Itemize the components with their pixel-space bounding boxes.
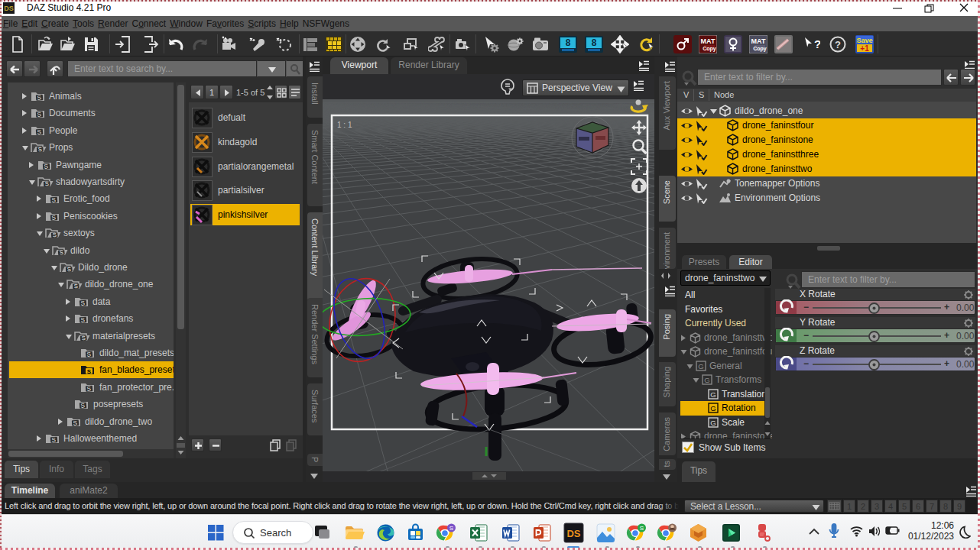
svg-text:S: S	[51, 196, 56, 203]
svg-text:S: S	[51, 214, 56, 221]
svg-text:S: S	[44, 163, 48, 170]
svg-text:S: S	[80, 299, 85, 306]
svg-text:S: S	[80, 316, 85, 323]
svg-text:?: ?	[814, 37, 820, 50]
svg-text:G: G	[710, 419, 716, 427]
svg-text:S: S	[52, 231, 57, 238]
svg-text:S: S	[59, 249, 63, 256]
svg-text:DS: DS	[566, 528, 580, 539]
svg-text:Copy: Copy	[703, 46, 716, 52]
svg-text:Save: Save	[856, 37, 872, 44]
svg-text:S: S	[640, 525, 644, 532]
svg-text:G: G	[710, 390, 716, 399]
svg-text:S: S	[73, 419, 77, 426]
svg-text:S: S	[80, 402, 85, 409]
svg-text:MAT: MAT	[701, 37, 716, 45]
svg-text:MAT: MAT	[751, 37, 766, 45]
svg-text:S: S	[67, 266, 71, 273]
svg-text:S: S	[449, 525, 453, 532]
svg-text:S: S	[81, 335, 86, 341]
svg-text:S: S	[73, 283, 78, 290]
svg-text:DS: DS	[4, 5, 14, 12]
svg-text:G: G	[698, 362, 703, 370]
svg-text:1 : 1: 1 : 1	[337, 121, 352, 129]
svg-text:?: ?	[835, 39, 841, 50]
svg-text:+1: +1	[860, 44, 869, 53]
svg-text:S: S	[86, 385, 91, 392]
svg-text:8: 8	[566, 37, 571, 48]
svg-text:S: S	[37, 146, 42, 153]
svg-text:S: S	[86, 351, 91, 358]
svg-text:S: S	[44, 180, 49, 187]
svg-text:S: S	[87, 368, 92, 375]
svg-text:G: G	[704, 376, 709, 384]
svg-text:G: G	[710, 404, 716, 412]
svg-text:S: S	[51, 436, 56, 443]
svg-text:8: 8	[592, 37, 597, 48]
svg-text:S: S	[37, 111, 41, 118]
svg-text:S: S	[37, 128, 41, 135]
svg-text:Copy: Copy	[753, 46, 767, 52]
svg-text:S: S	[37, 94, 41, 101]
